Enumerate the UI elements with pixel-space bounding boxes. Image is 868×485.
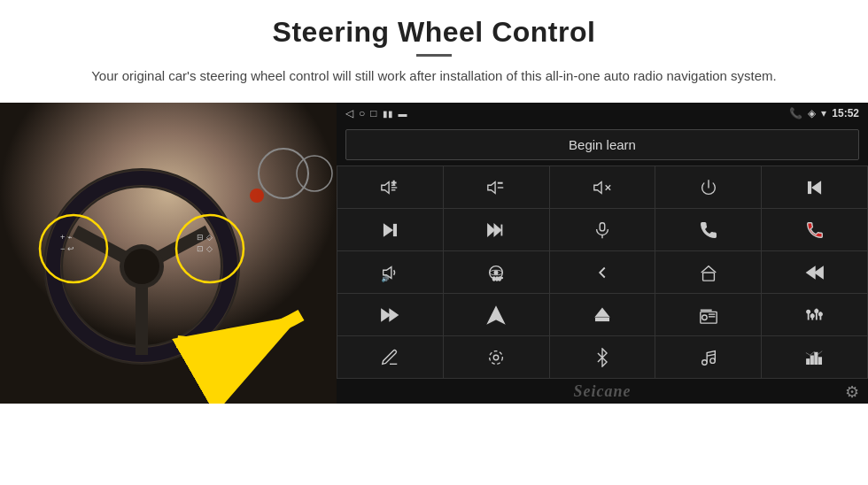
svg-line-76	[810, 351, 814, 355]
svg-rect-74	[818, 358, 821, 364]
svg-text:+  ⌁: + ⌁	[60, 233, 72, 242]
nav-back-icon[interactable]: ◁	[345, 107, 353, 119]
svg-point-43	[494, 271, 498, 274]
navigate-button[interactable]	[444, 294, 549, 335]
eq-button[interactable]	[762, 294, 867, 335]
begin-learn-row: Begin learn	[337, 124, 868, 166]
svg-point-8	[124, 249, 159, 284]
gps-status-icon: ◈	[808, 107, 816, 119]
svg-marker-24	[488, 181, 495, 193]
status-bar: ◁ ○ □ ▮▮ ▬ 📞 ◈ ▾ 15:52	[337, 103, 868, 124]
mute-button[interactable]	[550, 166, 655, 208]
svg-rect-72	[810, 356, 813, 364]
svg-text:⊡  ◇: ⊡ ◇	[197, 244, 213, 253]
svg-line-70	[707, 354, 715, 356]
svg-marker-49	[390, 309, 398, 320]
prev-chapter-button[interactable]	[762, 251, 867, 293]
status-time: 15:52	[832, 107, 859, 119]
horn-button[interactable]: 🔊	[337, 251, 443, 293]
content-row: + ⌁ − ↩ ⊟ ◇ ⊡ ◇	[0, 103, 868, 485]
prev-track-button[interactable]	[762, 166, 867, 208]
pen-button[interactable]	[337, 336, 443, 378]
svg-point-62	[806, 310, 810, 313]
svg-point-63	[810, 314, 814, 318]
svg-text:−  ↩: − ↩	[60, 244, 74, 253]
svg-marker-50	[488, 306, 504, 322]
nav-square-icon[interactable]: □	[370, 107, 376, 119]
svg-rect-71	[806, 358, 809, 364]
status-bar-right: 📞 ◈ ▾ 15:52	[789, 107, 859, 119]
svg-point-69	[710, 358, 716, 363]
music-button[interactable]	[655, 336, 761, 378]
hang-up-button[interactable]	[762, 209, 867, 250]
cam360-button[interactable]: 360°	[444, 251, 549, 293]
svg-line-75	[806, 352, 810, 355]
page: Steering Wheel Control Your original car…	[0, 0, 868, 485]
seicane-watermark: Seicane	[574, 382, 632, 401]
svg-rect-45	[702, 273, 714, 281]
android-unit: ◁ ○ □ ▮▮ ▬ 📞 ◈ ▾ 15:52 Begin learn	[337, 103, 868, 404]
back-button[interactable]	[550, 251, 655, 293]
eject-button[interactable]	[550, 294, 655, 335]
vol-up-button[interactable]: +	[337, 166, 443, 208]
mic-button[interactable]	[550, 209, 655, 250]
bluetooth-button[interactable]	[550, 336, 655, 378]
svg-point-68	[701, 359, 707, 365]
nav-home-icon[interactable]: ○	[359, 107, 365, 119]
svg-point-64	[815, 309, 818, 312]
vol-down-button[interactable]: −	[444, 166, 549, 208]
svg-marker-48	[382, 309, 390, 320]
skip-forward-button[interactable]	[337, 209, 443, 250]
spectrum-button[interactable]	[762, 336, 867, 378]
seicane-bar: Seicane ⚙	[337, 379, 868, 404]
begin-learn-button[interactable]: Begin learn	[345, 129, 859, 160]
svg-line-78	[818, 350, 822, 354]
svg-text:⊟  ◇: ⊟ ◇	[197, 233, 213, 242]
svg-marker-47	[806, 266, 814, 278]
svg-point-54	[701, 315, 707, 320]
svg-marker-51	[596, 308, 609, 316]
signal-bars-icon: ▮▮	[383, 109, 393, 119]
svg-marker-34	[488, 224, 494, 235]
fast-forward-button[interactable]	[444, 209, 549, 250]
phone-button[interactable]	[655, 209, 761, 250]
steering-wheel-svg: + ⌁ − ↩ ⊟ ◇ ⊡ ◇	[0, 103, 337, 404]
svg-text:🔊: 🔊	[382, 275, 389, 282]
svg-rect-73	[815, 352, 818, 364]
next-track2-button[interactable]	[337, 294, 443, 335]
svg-point-18	[250, 189, 264, 203]
status-bar-left: ◁ ○ □ ▮▮ ▬	[345, 107, 407, 119]
power-button[interactable]	[655, 166, 761, 208]
home-button[interactable]	[655, 251, 761, 293]
header-section: Steering Wheel Control Your original car…	[0, 0, 868, 96]
svg-point-67	[490, 350, 503, 364]
settings-gear-icon[interactable]: ⚙	[845, 382, 859, 402]
title-divider	[416, 54, 452, 57]
subtitle: Your original car's steering wheel contr…	[89, 65, 779, 87]
svg-text:+: +	[391, 179, 396, 188]
svg-rect-52	[596, 318, 609, 320]
svg-marker-30	[812, 181, 820, 193]
settings2-button[interactable]	[444, 336, 549, 378]
svg-marker-32	[384, 224, 392, 235]
svg-rect-33	[394, 224, 397, 235]
svg-marker-35	[494, 224, 500, 235]
wifi-status-icon: ▾	[821, 107, 826, 119]
page-title: Steering Wheel Control	[53, 16, 815, 49]
svg-text:360°: 360°	[493, 276, 503, 281]
controls-grid: + −	[337, 166, 868, 379]
svg-marker-27	[594, 181, 601, 193]
svg-point-65	[818, 312, 822, 316]
phone-status-icon: 📞	[789, 107, 802, 119]
svg-marker-46	[815, 266, 823, 278]
svg-rect-53	[701, 312, 717, 323]
svg-marker-19	[382, 181, 389, 193]
battery-icon: ▬	[399, 109, 407, 119]
svg-point-66	[493, 355, 499, 360]
svg-rect-37	[600, 222, 605, 230]
radio-button[interactable]	[655, 294, 761, 335]
svg-rect-31	[808, 181, 810, 193]
svg-text:−: −	[498, 179, 502, 188]
car-photo: + ⌁ − ↩ ⊟ ◇ ⊡ ◇	[0, 103, 337, 404]
